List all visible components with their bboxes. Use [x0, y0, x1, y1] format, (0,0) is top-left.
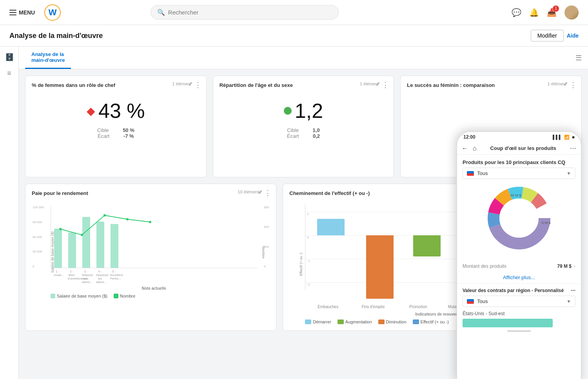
search-input[interactable]: [168, 9, 332, 16]
phone-dropdown-1-label: Tous: [477, 170, 563, 176]
phone-nav-title: Coup d'œil sur les produits: [481, 145, 565, 151]
tabs-bar: Analyse de lamain-d'œuvre ☰: [19, 47, 588, 69]
card-2-expand-icon[interactable]: ⤢: [376, 81, 380, 87]
page-title: Analyse de la main-d'œuvre: [9, 32, 103, 40]
sidebar: 🗄️ ≡: [0, 47, 19, 379]
legend-augmentation-label: Augmentation: [345, 319, 372, 324]
tab-analyse[interactable]: Analyse de lamain-d'œuvre: [25, 47, 71, 69]
phone-dropdown-2-arrow: ▼: [566, 299, 571, 304]
menu-button[interactable]: MENU: [9, 9, 35, 16]
svg-text:50 M $: 50 M $: [510, 193, 521, 197]
green-dot-icon: [284, 107, 292, 115]
modifier-button[interactable]: Modifier: [531, 30, 564, 42]
y-axis-left: 120 00090 00060 00030 0000: [33, 206, 44, 268]
legend-effectif-box: [413, 319, 419, 324]
notification-icon[interactable]: 🔔: [529, 8, 539, 17]
phone-time: 12:00: [463, 134, 475, 140]
bar-group-1: [54, 229, 62, 268]
pay-chart-subtitle: 10 éléments: [238, 190, 261, 194]
sidebar-database-icon[interactable]: 🗄️: [5, 53, 14, 61]
x-label-2: 2 - Bien d'amélioration: [68, 270, 76, 284]
legend-effectif: Effectif (+ ou -): [413, 319, 449, 324]
bar-salary-4: [96, 222, 104, 268]
phone-home-icon[interactable]: ⌂: [473, 145, 477, 152]
phone-more-icon[interactable]: ⋯: [570, 144, 576, 152]
phone-section-1: Produits pour les 10 principaux clients …: [457, 155, 581, 261]
phone-back-icon[interactable]: ←: [462, 145, 468, 152]
card-age-sex: Répartition de l'âge et du sexe 1 élémen…: [213, 76, 394, 177]
phone-flag-2-icon: [467, 299, 474, 304]
battery-icon: ■: [572, 135, 575, 139]
chat-icon[interactable]: 💬: [512, 8, 521, 17]
legend-diminution: Diminution: [378, 319, 407, 324]
nav-icons: 💬 🔔 📥 1: [512, 5, 579, 20]
signal-icon: ▌▌▌: [553, 135, 562, 139]
legend-augmentation-box: [338, 319, 344, 324]
legend-nombre-label: Nombre: [120, 294, 135, 298]
wf-bar-embauches: [317, 219, 345, 235]
pay-chart-expand-icon[interactable]: ⤢: [258, 189, 263, 195]
legend-effectif-label: Effectif (+ ou -): [421, 319, 449, 324]
legend-salary-label: Salaire de base moyen ($): [57, 294, 107, 298]
top-nav: MENU W 🔍 💬 🔔 📥 1: [0, 0, 588, 25]
search-bar[interactable]: 🔍: [151, 5, 339, 20]
y-axis-left-label: Salaire de base moyen ($): [51, 231, 54, 273]
legend-demarrer: Démarrer: [305, 319, 331, 324]
card-3-menu-icon[interactable]: ⋮: [570, 81, 577, 89]
phone-section-1-title: Produits pour les 10 principaux clients …: [463, 159, 575, 165]
legend-nombre-dot: [114, 294, 118, 298]
legend-diminution-box: [378, 319, 385, 324]
phone-section-2-title: Valeur des contrats par région - Personn…: [463, 288, 575, 293]
donut-svg: 50 M $ 5 M $: [484, 183, 554, 253]
card-1-metric: ◆ 43 % Cible 50 % Écart -7 %: [32, 90, 200, 148]
phone-stat: Montant des produits 79 M $ ›: [457, 261, 581, 271]
hamburger-icon: [9, 10, 16, 15]
x-label-1: 1 - Insati...: [54, 270, 62, 284]
menu-label: MENU: [19, 9, 35, 16]
phone-status-icons: ▌▌▌ 📶 ■: [553, 135, 575, 140]
x-axis-labels: 1 - Insati... 2 - Bien d'amélioration 3 …: [51, 268, 257, 285]
notification-badge: 1: [553, 5, 559, 12]
pay-bars: [51, 206, 257, 268]
search-icon: 🔍: [157, 9, 165, 16]
sidebar-filter-icon[interactable]: ≡: [7, 69, 11, 78]
card-pay-chart: Paie pour le rendement 10 éléments ⤢ ⋮ S…: [25, 184, 276, 331]
card-2-metric: 1,2 Cible 1,0 Écart 0,2: [220, 90, 388, 148]
phone-stat-value: 79 M $: [557, 263, 572, 269]
bar-salary-3: [82, 217, 90, 268]
legend-nombre: Nombre: [114, 294, 135, 298]
phone-overlay: 12:00 ▌▌▌ 📶 ■ ← ⌂ Coup d'œil sur les pro…: [456, 131, 582, 379]
logo-icon: W: [44, 4, 61, 21]
card-2-menu-icon[interactable]: ⋮: [382, 81, 389, 89]
legend-diminution-label: Diminution: [386, 319, 407, 324]
logo[interactable]: W: [44, 4, 61, 21]
header-buttons: Modifier Aide: [531, 30, 579, 42]
x-label-embauches: Embauches: [305, 305, 350, 309]
avatar[interactable]: [564, 5, 579, 20]
x-label-fins: Fins d'emploi: [350, 305, 396, 309]
card-1-menu-icon[interactable]: ⋮: [194, 81, 201, 89]
inbox-icon[interactable]: 📥 1: [547, 8, 557, 17]
legend-salary: Salaire de base moyen ($): [51, 294, 107, 298]
aide-button[interactable]: Aide: [567, 30, 579, 42]
card-3-expand-icon[interactable]: ⤢: [563, 81, 568, 87]
x-axis-title: Note actuelle: [51, 286, 257, 291]
phone-dropdown-1[interactable]: Tous ▼: [463, 168, 575, 179]
phone-region-label: États-Unis - Sud-est: [463, 311, 575, 316]
bar-group-3: [82, 217, 90, 268]
svg-text:5 M $: 5 M $: [542, 221, 551, 225]
pay-chart-menu-icon[interactable]: ⋮: [264, 189, 271, 197]
tab-menu-icon[interactable]: ☰: [575, 54, 582, 62]
card-2-details: Cible 1,0 Écart 0,2: [287, 127, 320, 139]
bar-group-5: [111, 224, 118, 268]
phone-section-2-menu[interactable]: ⋯: [571, 288, 575, 293]
bar-group-4: [96, 222, 104, 268]
phone-link-more[interactable]: Afficher plus...: [457, 271, 581, 283]
legend-augmentation: Augmentation: [338, 319, 372, 324]
phone-dropdown-2[interactable]: Tous ▼: [463, 296, 575, 307]
phone-stat-label: Montant des produits: [463, 263, 506, 269]
x-label-3: 3 - Répond aux attent...: [82, 270, 90, 284]
wf-y-axis-label: Effectif (+ ou -): [299, 253, 303, 276]
main-layout: 🗄️ ≡ Analyse de lamain-d'œuvre ☰ % de fe…: [0, 47, 588, 379]
card-1-expand-icon[interactable]: ⤢: [188, 81, 193, 87]
